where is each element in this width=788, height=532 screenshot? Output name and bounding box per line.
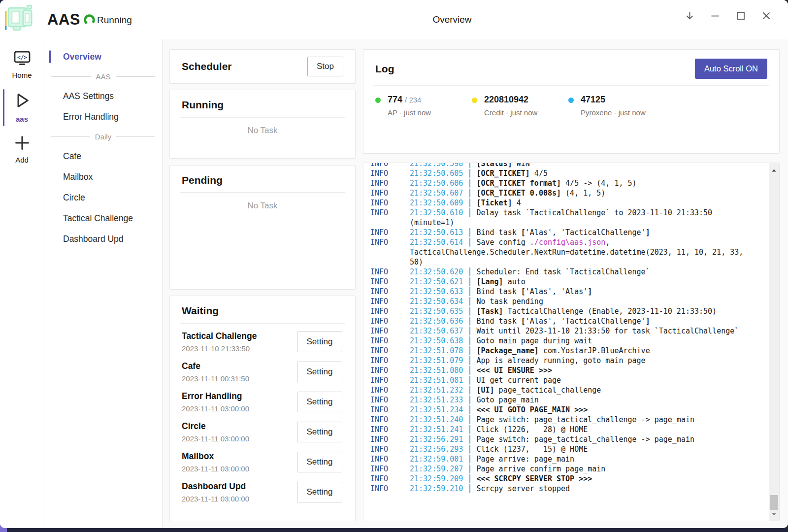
log-line: INFO21:32:50.609 │ [Ticket] 4 [370, 198, 779, 208]
stop-button[interactable]: Stop [307, 57, 343, 76]
task-next-run: 2023-11-11 00:31:50 [182, 374, 249, 383]
log-line: INFO21:32:51.233 │ Goto page_main [370, 395, 779, 405]
log-segment: [Task] [476, 307, 503, 316]
waiting-title: Waiting [182, 305, 219, 317]
log-line: INFO21:32:50.605 │ [OCR_TICKET] 4/5 [370, 168, 779, 178]
log-level: INFO [370, 168, 410, 178]
log-level: INFO [370, 405, 410, 415]
log-timestamp: 21:32:51.080 [410, 366, 463, 375]
scrollbar-thumb[interactable] [770, 495, 778, 510]
log-timestamp: 21:32:50.605 [410, 169, 463, 178]
pending-empty-text: No Task [170, 201, 355, 211]
log-level: INFO [370, 178, 410, 188]
log-segment: [Lang] [476, 277, 503, 286]
log-segment: WIN [512, 163, 530, 168]
task-setting-button[interactable]: Setting [297, 452, 342, 472]
log-separator: │ [463, 455, 476, 464]
log-viewer[interactable]: INFO21:32:50.598 │ [Status] WININFO21:32… [363, 163, 780, 521]
log-segment: ] [588, 287, 592, 296]
log-message: 21:32:51.079 │ App is already running, g… [410, 356, 745, 366]
log-line: INFO21:32:50.638 │ Goto main page during… [370, 336, 779, 346]
sidebar-item-mailbox[interactable]: Mailbox [44, 166, 162, 187]
download-button[interactable] [677, 4, 702, 27]
log-timestamp: 21:32:51.241 [410, 425, 463, 434]
log-message: 21:32:51.233 │ Goto page_main [410, 395, 745, 405]
sidebar-item-tactical-challenge[interactable]: Tactical Challenge [44, 208, 162, 229]
minimize-button[interactable] [702, 4, 728, 27]
task-setting-button[interactable]: Setting [297, 362, 342, 382]
sidebar-item-overview[interactable]: Overview [44, 46, 162, 67]
log-separator: │ [463, 376, 476, 385]
sidebar-item-circle[interactable]: Circle [44, 187, 162, 208]
sidebar-item-cafe[interactable]: Cafe [44, 146, 162, 166]
task-setting-button[interactable]: Setting [297, 392, 342, 412]
log-level: INFO [370, 444, 410, 454]
log-line: INFO21:32:51.079 │ App is already runnin… [370, 356, 779, 366]
spinner-icon [83, 13, 96, 27]
task-setting-button[interactable]: Setting [297, 332, 342, 352]
stat-body: 220810942Credit - just now [484, 95, 537, 117]
log-message: 21:32:59.210 │ Scrcpy server stopped [410, 484, 745, 494]
log-lines: INFO21:32:50.598 │ [Status] WININFO21:32… [370, 163, 779, 494]
stat-body: 47125Pyroxene - just now [581, 95, 646, 117]
maximize-button[interactable] [728, 4, 754, 27]
stat-value: 47125 [581, 95, 646, 105]
sidebar-section-divider: Daily [51, 127, 155, 146]
log-level: INFO [370, 375, 410, 385]
task-setting-button[interactable]: Setting [297, 422, 342, 442]
log-timestamp: 21:32:51.232 [410, 386, 463, 395]
log-separator: │ [463, 163, 476, 168]
log-level: INFO [370, 454, 410, 464]
log-level: INFO [370, 237, 410, 247]
log-segment: UI get current page [476, 376, 561, 385]
log-separator: │ [463, 405, 476, 414]
log-level: INFO [370, 415, 410, 425]
rail-item-home[interactable]: </> Home [0, 46, 44, 84]
log-separator: │ [463, 484, 476, 493]
sidebar-item-error-handling[interactable]: Error Handling [44, 106, 162, 127]
task-info: Dashboard Upd2023-11-11 03:00:00 [182, 481, 249, 503]
task-next-run: 2023-11-11 03:00:00 [182, 434, 249, 443]
maximize-icon [736, 11, 746, 21]
auto-scroll-button[interactable]: Auto Scroll ON [695, 59, 767, 79]
log-segment: Wait until 2023-11-10 21:33:50 for task … [476, 327, 739, 335]
scrollbar-down-arrow[interactable] [769, 511, 779, 518]
log-level: INFO [370, 297, 410, 306]
log-message: 21:32:50.633 │ Bind task ['Alas', 'Alas'… [410, 287, 745, 297]
log-message: 21:32:50.609 │ [Ticket] 4 [410, 198, 745, 208]
log-segment: ] [646, 228, 650, 237]
stat-value: 774/ 234 [388, 95, 431, 105]
scrollbar-up-arrow[interactable] [769, 167, 779, 174]
task-info: Tactical Challenge2023-11-10 21:33:50 [182, 331, 257, 353]
log-separator: │ [463, 396, 476, 404]
task-info: Mailbox2023-11-11 03:00:00 [182, 451, 249, 473]
log-level: INFO [370, 188, 410, 198]
play-icon [13, 90, 31, 113]
log-segment: 'Alas', 'TacticalChallenge' [525, 317, 646, 326]
log-segment: Page arrive confirm page_main [476, 465, 605, 473]
rail-item-add[interactable]: Add [0, 130, 44, 169]
log-segment: Save config [476, 238, 529, 247]
log-timestamp: 21:32:51.079 [410, 356, 463, 365]
app-window: AAS Running Overview [0, 0, 788, 528]
task-setting-button[interactable]: Setting [297, 482, 342, 502]
log-level: INFO [370, 425, 410, 434]
stat-dot-icon [568, 98, 574, 103]
log-timestamp: 21:32:51.078 [410, 346, 463, 355]
sidebar-item-dashboard-upd[interactable]: Dashboard Upd [44, 229, 162, 249]
log-separator: │ [463, 366, 476, 375]
close-button[interactable] [754, 4, 779, 27]
log-scrollbar[interactable] [769, 163, 779, 521]
rail-item-aas[interactable]: aas [0, 86, 44, 128]
sidebar-section-label: Daily [95, 133, 111, 141]
log-line: INFO21:32:59.207 │ Page arrive confirm p… [370, 464, 779, 474]
task-info: Circle2023-11-11 03:00:00 [182, 421, 249, 443]
log-line: INFO21:32:50.606 │ [OCR_TICKET format] 4… [370, 178, 779, 188]
log-header-card: Log Auto Scroll ON 774/ 234AP - just now… [363, 49, 780, 154]
log-message: 21:32:56.291 │ Page switch: page_tactica… [410, 434, 745, 444]
minimize-icon [710, 11, 720, 21]
sidebar-item-aas-settings[interactable]: AAS Settings [44, 86, 162, 106]
log-line: INFO21:32:50.633 │ Bind task ['Alas', 'A… [370, 287, 779, 297]
app-name: AAS [47, 11, 80, 29]
stat-dot-icon [375, 98, 381, 103]
